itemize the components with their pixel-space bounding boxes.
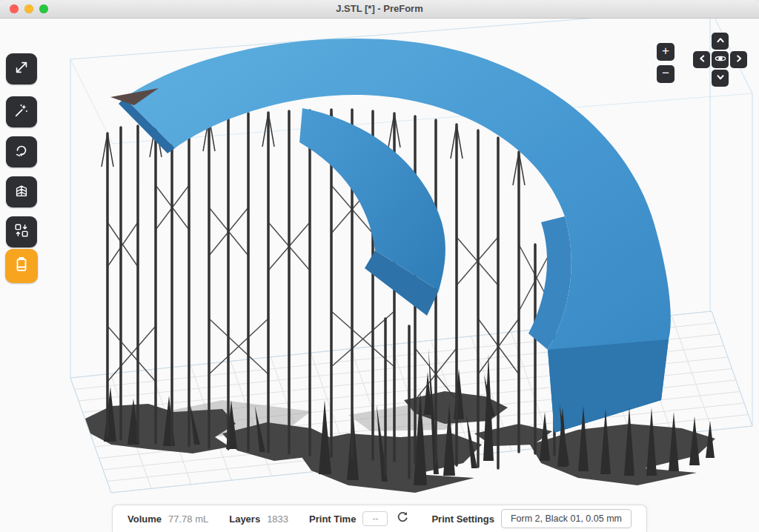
chevron-up-icon — [714, 33, 727, 50]
layers-value: 1833 — [267, 513, 288, 525]
orientation-tool-button[interactable] — [6, 136, 37, 167]
zoom-panel: + − — [657, 43, 675, 83]
refresh-print-time-button[interactable] — [394, 511, 411, 527]
resize-diagonal-icon — [13, 59, 30, 79]
rotate-left-button[interactable] — [693, 51, 710, 68]
chevron-left-icon — [695, 52, 709, 68]
rotate-up-button[interactable] — [712, 33, 729, 50]
chevron-down-icon — [714, 70, 727, 87]
window-title: J.STL [*] - PreForm — [0, 0, 759, 18]
layout-arrows-icon — [13, 222, 30, 242]
size-tool-button[interactable] — [6, 53, 37, 84]
layout-tool-button[interactable] — [6, 216, 37, 247]
resin-cartridge-icon — [13, 256, 30, 276]
rotate-right-button[interactable] — [730, 51, 747, 68]
orbit-home-button[interactable] — [712, 51, 729, 68]
print-time-label: Print Time — [309, 513, 356, 525]
preform-window: J.STL [*] - PreForm — [0, 0, 759, 532]
view-dpad — [693, 33, 747, 87]
print-button[interactable] — [5, 249, 38, 283]
rotate-arrow-icon — [13, 142, 30, 162]
model-j[interactable] — [110, 39, 671, 433]
supports-tool-button[interactable] — [6, 176, 37, 207]
status-bar: Volume 77.78 mL Layers 1833 Print Time -… — [112, 505, 647, 532]
print-settings-label: Print Settings — [431, 513, 494, 525]
titlebar: J.STL [*] - PreForm — [0, 0, 759, 19]
volume-label: Volume — [127, 513, 162, 525]
magic-wand-icon — [13, 102, 30, 122]
volume-value: 77.78 mL — [168, 513, 208, 525]
supports-lattice-icon — [13, 182, 30, 202]
rotate-down-button[interactable] — [712, 70, 729, 87]
layers-stat: Layers 1833 — [229, 513, 288, 525]
print-time-stat: Print Time -- — [309, 511, 411, 527]
one-click-print-button[interactable] — [6, 96, 37, 127]
refresh-icon — [396, 511, 409, 527]
print-time-value: -- — [362, 511, 388, 526]
volume-stat: Volume 77.78 mL — [127, 513, 208, 525]
print-settings-stat: Print Settings Form 2, Black 01, 0.05 mm — [431, 509, 632, 528]
orbit-view-icon — [714, 52, 727, 68]
support-structures — [102, 110, 554, 485]
chevron-right-icon — [732, 52, 746, 68]
layers-label: Layers — [229, 513, 260, 525]
print-settings-dropdown[interactable]: Form 2, Black 01, 0.05 mm — [501, 509, 632, 528]
zoom-in-button[interactable]: + — [657, 43, 675, 61]
zoom-out-button[interactable]: − — [657, 65, 675, 83]
viewport-3d[interactable] — [0, 0, 759, 532]
